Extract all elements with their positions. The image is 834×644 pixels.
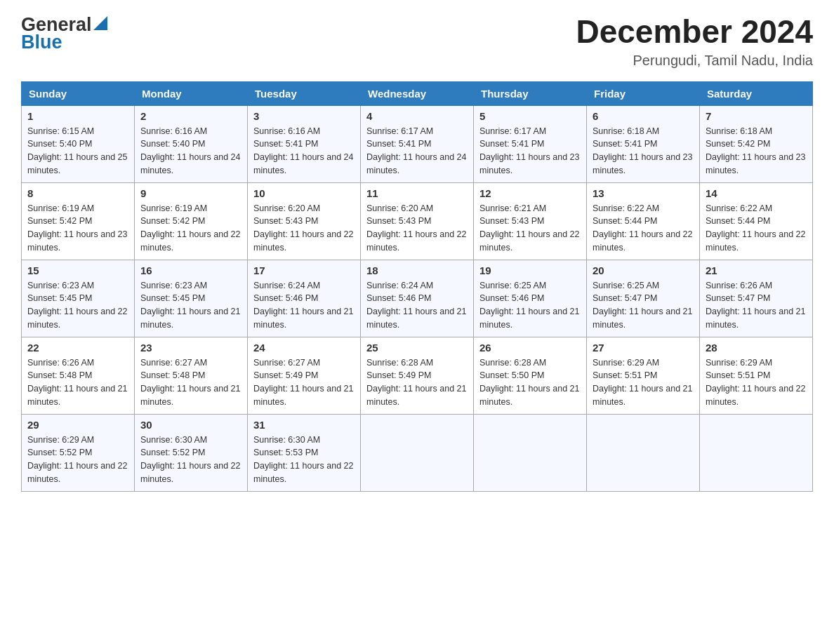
day-cell: 11 Sunrise: 6:20 AMSunset: 5:43 PMDaylig… xyxy=(361,182,474,260)
day-info: Sunrise: 6:30 AMSunset: 5:53 PMDaylight:… xyxy=(253,435,353,484)
day-cell: 2 Sunrise: 6:16 AMSunset: 5:40 PMDayligh… xyxy=(135,105,248,182)
day-number: 28 xyxy=(706,342,807,354)
day-cell: 23 Sunrise: 6:27 AMSunset: 5:48 PMDaylig… xyxy=(135,337,248,414)
day-number: 17 xyxy=(253,264,355,276)
day-cell: 9 Sunrise: 6:19 AMSunset: 5:42 PMDayligh… xyxy=(135,182,248,260)
day-number: 3 xyxy=(253,110,355,122)
week-row-5: 29 Sunrise: 6:29 AMSunset: 5:52 PMDaylig… xyxy=(22,414,813,491)
day-info: Sunrise: 6:15 AMSunset: 5:40 PMDaylight:… xyxy=(27,126,127,175)
day-number: 7 xyxy=(706,110,807,122)
day-info: Sunrise: 6:26 AMSunset: 5:47 PMDaylight:… xyxy=(706,281,805,330)
col-saturday: Saturday xyxy=(700,81,813,105)
day-cell: 16 Sunrise: 6:23 AMSunset: 5:45 PMDaylig… xyxy=(135,260,248,337)
day-number: 9 xyxy=(140,187,241,199)
day-info: Sunrise: 6:28 AMSunset: 5:49 PMDaylight:… xyxy=(366,358,466,407)
day-number: 25 xyxy=(366,342,468,354)
col-wednesday: Wednesday xyxy=(361,81,474,105)
day-info: Sunrise: 6:24 AMSunset: 5:46 PMDaylight:… xyxy=(253,281,353,330)
day-info: Sunrise: 6:19 AMSunset: 5:42 PMDaylight:… xyxy=(140,203,240,253)
week-row-4: 22 Sunrise: 6:26 AMSunset: 5:48 PMDaylig… xyxy=(22,337,813,414)
col-tuesday: Tuesday xyxy=(248,81,361,105)
col-thursday: Thursday xyxy=(474,81,587,105)
day-cell: 28 Sunrise: 6:29 AMSunset: 5:51 PMDaylig… xyxy=(700,337,813,414)
calendar-table: Sunday Monday Tuesday Wednesday Thursday… xyxy=(21,81,813,492)
day-info: Sunrise: 6:23 AMSunset: 5:45 PMDaylight:… xyxy=(140,281,240,330)
day-number: 18 xyxy=(366,264,468,276)
day-cell: 24 Sunrise: 6:27 AMSunset: 5:49 PMDaylig… xyxy=(248,337,361,414)
col-friday: Friday xyxy=(587,81,700,105)
day-info: Sunrise: 6:25 AMSunset: 5:46 PMDaylight:… xyxy=(479,281,579,330)
day-cell xyxy=(700,414,813,491)
day-cell: 15 Sunrise: 6:23 AMSunset: 5:45 PMDaylig… xyxy=(22,260,135,337)
day-number: 6 xyxy=(593,110,694,122)
logo-triangle-icon xyxy=(93,16,107,30)
day-cell xyxy=(474,414,587,491)
day-number: 29 xyxy=(27,419,128,431)
calendar-header-row: Sunday Monday Tuesday Wednesday Thursday… xyxy=(22,81,813,105)
day-info: Sunrise: 6:28 AMSunset: 5:50 PMDaylight:… xyxy=(479,358,579,407)
day-number: 27 xyxy=(593,342,694,354)
day-info: Sunrise: 6:16 AMSunset: 5:40 PMDaylight:… xyxy=(140,126,240,175)
day-cell: 30 Sunrise: 6:30 AMSunset: 5:52 PMDaylig… xyxy=(135,414,248,491)
svg-marker-0 xyxy=(93,16,107,30)
day-info: Sunrise: 6:23 AMSunset: 5:45 PMDaylight:… xyxy=(27,281,127,330)
week-row-2: 8 Sunrise: 6:19 AMSunset: 5:42 PMDayligh… xyxy=(22,182,813,260)
day-cell: 7 Sunrise: 6:18 AMSunset: 5:42 PMDayligh… xyxy=(700,105,813,182)
col-monday: Monday xyxy=(135,81,248,105)
logo-blue-text: Blue xyxy=(21,32,62,53)
day-info: Sunrise: 6:25 AMSunset: 5:47 PMDaylight:… xyxy=(593,281,692,330)
day-info: Sunrise: 6:17 AMSunset: 5:41 PMDaylight:… xyxy=(366,126,466,175)
day-cell: 26 Sunrise: 6:28 AMSunset: 5:50 PMDaylig… xyxy=(474,337,587,414)
day-cell: 20 Sunrise: 6:25 AMSunset: 5:47 PMDaylig… xyxy=(587,260,700,337)
day-cell: 5 Sunrise: 6:17 AMSunset: 5:41 PMDayligh… xyxy=(474,105,587,182)
day-number: 22 xyxy=(27,342,128,354)
day-cell: 21 Sunrise: 6:26 AMSunset: 5:47 PMDaylig… xyxy=(700,260,813,337)
day-number: 23 xyxy=(140,342,241,354)
day-number: 19 xyxy=(479,264,581,276)
day-info: Sunrise: 6:21 AMSunset: 5:43 PMDaylight:… xyxy=(479,203,579,253)
col-sunday: Sunday xyxy=(22,81,135,105)
day-number: 11 xyxy=(366,187,468,199)
day-info: Sunrise: 6:19 AMSunset: 5:42 PMDaylight:… xyxy=(27,203,127,253)
week-row-1: 1 Sunrise: 6:15 AMSunset: 5:40 PMDayligh… xyxy=(22,105,813,182)
day-cell: 12 Sunrise: 6:21 AMSunset: 5:43 PMDaylig… xyxy=(474,182,587,260)
day-number: 15 xyxy=(27,264,128,276)
day-cell: 13 Sunrise: 6:22 AMSunset: 5:44 PMDaylig… xyxy=(587,182,700,260)
day-number: 1 xyxy=(27,110,128,122)
day-number: 10 xyxy=(253,187,355,199)
day-number: 30 xyxy=(140,419,241,431)
day-cell: 31 Sunrise: 6:30 AMSunset: 5:53 PMDaylig… xyxy=(248,414,361,491)
day-cell: 3 Sunrise: 6:16 AMSunset: 5:41 PMDayligh… xyxy=(248,105,361,182)
month-year-title: December 2024 xyxy=(576,14,813,50)
day-number: 26 xyxy=(479,342,581,354)
week-row-3: 15 Sunrise: 6:23 AMSunset: 5:45 PMDaylig… xyxy=(22,260,813,337)
day-info: Sunrise: 6:29 AMSunset: 5:51 PMDaylight:… xyxy=(593,358,692,407)
day-number: 12 xyxy=(479,187,581,199)
day-info: Sunrise: 6:20 AMSunset: 5:43 PMDaylight:… xyxy=(253,203,353,253)
day-number: 16 xyxy=(140,264,241,276)
day-cell xyxy=(587,414,700,491)
day-number: 13 xyxy=(593,187,694,199)
day-number: 21 xyxy=(706,264,807,276)
day-info: Sunrise: 6:29 AMSunset: 5:52 PMDaylight:… xyxy=(27,435,127,484)
day-cell: 19 Sunrise: 6:25 AMSunset: 5:46 PMDaylig… xyxy=(474,260,587,337)
day-cell: 8 Sunrise: 6:19 AMSunset: 5:42 PMDayligh… xyxy=(22,182,135,260)
day-number: 24 xyxy=(253,342,355,354)
day-info: Sunrise: 6:17 AMSunset: 5:41 PMDaylight:… xyxy=(479,126,579,175)
day-info: Sunrise: 6:20 AMSunset: 5:43 PMDaylight:… xyxy=(366,203,466,253)
day-cell: 6 Sunrise: 6:18 AMSunset: 5:41 PMDayligh… xyxy=(587,105,700,182)
day-cell: 29 Sunrise: 6:29 AMSunset: 5:52 PMDaylig… xyxy=(22,414,135,491)
day-number: 8 xyxy=(27,187,128,199)
day-cell: 17 Sunrise: 6:24 AMSunset: 5:46 PMDaylig… xyxy=(248,260,361,337)
day-info: Sunrise: 6:27 AMSunset: 5:48 PMDaylight:… xyxy=(140,358,240,407)
day-info: Sunrise: 6:26 AMSunset: 5:48 PMDaylight:… xyxy=(27,358,127,407)
day-info: Sunrise: 6:29 AMSunset: 5:51 PMDaylight:… xyxy=(706,358,805,407)
day-number: 31 xyxy=(253,419,355,431)
day-number: 14 xyxy=(706,187,807,199)
logo: General Blue xyxy=(21,14,107,53)
day-cell: 4 Sunrise: 6:17 AMSunset: 5:41 PMDayligh… xyxy=(361,105,474,182)
day-info: Sunrise: 6:16 AMSunset: 5:41 PMDaylight:… xyxy=(253,126,353,175)
day-cell: 18 Sunrise: 6:24 AMSunset: 5:46 PMDaylig… xyxy=(361,260,474,337)
day-info: Sunrise: 6:27 AMSunset: 5:49 PMDaylight:… xyxy=(253,358,353,407)
day-info: Sunrise: 6:22 AMSunset: 5:44 PMDaylight:… xyxy=(593,203,692,253)
